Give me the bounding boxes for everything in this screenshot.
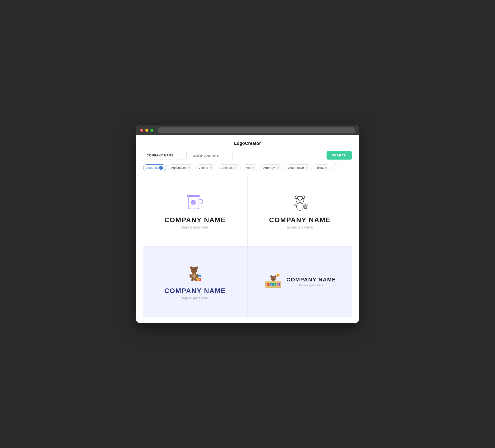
logo-1-tagline: tagline goes here [182,225,208,229]
logo-1-icon [185,193,205,212]
filter-airline-label: Airline [199,166,208,169]
app-content: LogoCreator SEARCH Abstract ✓ Agricultur… [136,135,359,323]
logo-4-text: COMPANY NAME tagline goes here [286,277,336,287]
url-bar [158,127,355,133]
filter-agriculture[interactable]: Agriculture ✓ [168,164,194,171]
svg-rect-15 [305,204,307,206]
filter-animals[interactable]: Animals ✓ [218,164,241,171]
logo-grid: COMPANY NAME tagline goes here [143,176,352,317]
svg-point-46 [275,275,276,277]
filter-art[interactable]: Art ✓ [243,164,258,171]
svg-text:Y: Y [274,284,275,286]
svg-point-22 [193,270,195,271]
svg-point-10 [298,199,299,200]
filter-abstract-label: Abstract [146,166,158,169]
svg-point-47 [272,278,273,278]
logo-3-tagline: tagline goes here [182,296,208,300]
logo-card-4[interactable]: T O Y S [248,247,352,317]
tagline-input[interactable] [189,151,230,160]
svg-text:S: S [277,284,279,286]
minimize-button[interactable] [145,129,148,132]
filter-beauty[interactable]: Beauty [314,164,330,171]
app-window: LogoCreator SEARCH Abstract ✓ Agricultur… [136,126,359,323]
logo-1-company: COMPANY NAME [164,216,226,224]
logo-card-2[interactable]: A COMPANY NAME tagline goes here [248,176,352,246]
logo-4-icon: T O Y S [264,270,283,290]
svg-point-12 [299,200,301,201]
filter-beauty-label: Beauty [317,166,327,169]
filter-abstract-check: ✓ [159,166,163,170]
svg-point-48 [274,278,275,278]
filter-attorney[interactable]: Attorney ✓ [260,164,283,171]
filter-automotive-check: ✓ [305,166,309,170]
svg-point-49 [273,279,274,280]
svg-point-24 [192,274,196,279]
logo-3-company: COMPANY NAME [164,287,226,295]
logo-4-container: T O Y S [264,270,336,294]
svg-point-7 [296,196,304,204]
filter-animals-label: Animals [221,166,233,169]
logo-2-tagline: tagline goes here [287,225,313,229]
filter-agriculture-check: ✓ [187,166,191,170]
filter-art-label: Art [246,166,250,169]
logo-card-1[interactable]: COMPANY NAME tagline goes here [143,176,247,246]
svg-point-45 [270,275,272,277]
search-button[interactable]: SEARCH [327,151,352,160]
close-button[interactable] [140,129,143,132]
filter-attorney-label: Attorney [263,166,275,169]
svg-text:A: A [305,207,306,209]
filter-agriculture-label: Agriculture [171,166,186,169]
svg-point-13 [297,203,303,210]
svg-point-27 [191,279,193,281]
svg-point-21 [195,269,196,270]
filter-automotive-label: Automotive [288,166,304,169]
logo-2-company: COMPANY NAME [269,216,331,224]
app-title: LogoCreator [143,141,352,146]
filter-automotive[interactable]: Automotive ✓ [285,164,312,171]
logo-4-tagline: tagline goes here [286,283,336,287]
logo-2-icon: A [290,193,310,212]
maximize-button[interactable] [150,129,153,132]
logo-4-company: COMPANY NAME [286,277,336,283]
filter-art-check: ✓ [251,166,255,170]
svg-marker-51 [277,273,280,277]
filter-airline[interactable]: Airline ✓ [196,164,216,171]
logo-3-icon: A B C [185,264,205,283]
filters-bar: Abstract ✓ Agriculture ✓ Airline ✓ Anima… [143,164,352,171]
svg-point-11 [301,199,302,200]
svg-point-20 [193,269,193,270]
svg-text:O: O [271,284,272,286]
svg-text:B: B [199,275,200,277]
titlebar [136,126,359,135]
company-name-input[interactable] [143,151,187,160]
svg-point-19 [196,266,198,269]
filter-next-button[interactable]: → [332,164,339,171]
svg-text:C: C [197,279,198,280]
filter-airline-check: ✓ [209,166,213,170]
filter-animals-check: ✓ [234,166,238,170]
logo-card-3[interactable]: A B C COMPANY NAME tagline goes here [143,247,247,317]
svg-point-18 [190,266,192,269]
svg-text:T: T [267,284,269,286]
search-bar: SEARCH [143,151,352,160]
filter-attorney-check: ✓ [276,166,280,170]
filter-abstract[interactable]: Abstract ✓ [143,164,166,171]
keyword-input[interactable] [233,151,324,160]
